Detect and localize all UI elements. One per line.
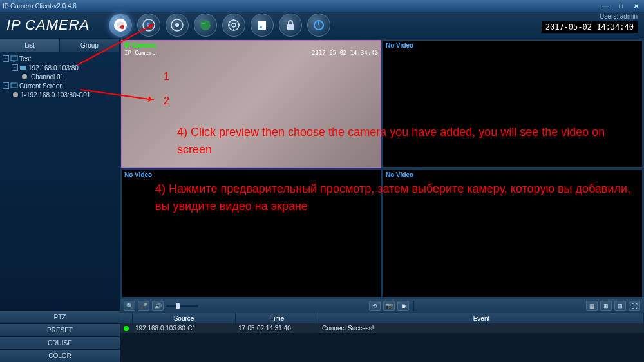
window-title: IP Camera Client-v2.0.4.6 — [3, 3, 77, 10]
users-label: Users: admin — [542, 13, 638, 20]
layout-1-button[interactable]: ▦ — [586, 301, 598, 311]
feed-timestamp: 2017-05-02 14:34:40 — [312, 50, 378, 56]
monitor-icon — [10, 55, 18, 62]
svg-point-19 — [13, 92, 18, 97]
tab-group[interactable]: Group — [60, 39, 120, 52]
tree-node-channel[interactable]: Channel 01 — [3, 72, 117, 81]
camera-icon — [21, 73, 28, 81]
record-toggle-button[interactable]: ⏺ — [397, 301, 409, 311]
status-dot-icon — [124, 326, 129, 331]
svg-rect-9 — [258, 21, 266, 30]
cruise-button[interactable]: CRUISE — [0, 336, 120, 349]
svg-rect-14 — [11, 56, 17, 61]
event-col-source: Source — [133, 313, 236, 323]
svg-point-7 — [229, 20, 239, 30]
close-button[interactable]: ✕ — [631, 2, 641, 10]
camera-icon — [12, 91, 19, 99]
lock-button[interactable] — [279, 14, 302, 37]
minimize-button[interactable]: — — [600, 2, 611, 10]
disc-icon — [171, 19, 184, 32]
video-toolbar: 🔍 🎤 🔊 ⟲ 📷 ⏺ ▦ ⊞ ⊟ ⛶ — [120, 299, 644, 313]
video-cell-1[interactable]: IP Camera IP Camera 2017-05-02 14:34:40 — [121, 40, 381, 168]
sidebar: List Group − Test − 192.168.0.103:80 Cha… — [0, 39, 120, 362]
event-row[interactable]: 192.168.0.103:80-C1 17-05-02 14:31:40 Co… — [120, 323, 644, 333]
tree-label: 192.168.0.103:80 — [28, 64, 79, 71]
video-label: No Video — [386, 171, 413, 178]
svg-point-10 — [260, 26, 262, 28]
clock-display: 2017-05-02 14:34:40 — [542, 21, 638, 33]
tree-label: Test — [19, 55, 31, 62]
gear-icon — [227, 19, 240, 32]
maximize-button[interactable]: □ — [616, 2, 626, 10]
svg-rect-16 — [20, 66, 26, 70]
collapse-icon[interactable]: − — [3, 55, 9, 62]
ptz-button[interactable]: PTZ — [0, 310, 120, 323]
video-cell-3[interactable]: No Video — [121, 169, 381, 298]
svg-point-8 — [232, 23, 236, 27]
event-time: 17-05-02 14:31:40 — [236, 323, 319, 333]
tree-node-stream[interactable]: 1-192.168.0.103:80-C01 — [3, 90, 117, 99]
volume-slider[interactable] — [166, 305, 198, 307]
tree-label: Current Screen — [19, 82, 63, 90]
event-log-header: Source Time Event — [120, 313, 644, 323]
video-label: No Video — [386, 42, 413, 49]
record-button[interactable] — [166, 14, 189, 37]
video-grid: IP Camera IP Camera 2017-05-02 14:34:40 … — [120, 39, 644, 299]
event-message: Connect Success! — [319, 323, 644, 333]
tree-label: 1-192.168.0.103:80-C01 — [21, 91, 90, 99]
play-icon — [142, 19, 155, 32]
tab-list[interactable]: List — [0, 39, 60, 52]
event-col-event: Event — [319, 313, 644, 323]
content-area: IP Camera IP Camera 2017-05-02 14:34:40 … — [120, 39, 644, 362]
preset-button[interactable]: PRESET — [0, 323, 120, 336]
main-toolbar — [109, 14, 330, 37]
playback-button[interactable] — [137, 14, 160, 37]
svg-point-2 — [120, 25, 124, 29]
document-icon — [256, 19, 268, 31]
event-source: 192.168.0.103:80-C1 — [133, 323, 236, 333]
video-cell-2[interactable]: No Video — [383, 40, 643, 168]
feed-camera-name: IP Camera — [124, 50, 156, 56]
remote-button[interactable] — [194, 14, 217, 37]
settings-button[interactable] — [222, 14, 245, 37]
color-button[interactable]: COLOR — [0, 349, 120, 362]
log-button[interactable] — [251, 14, 274, 37]
volume-button[interactable]: 🔊 — [152, 301, 164, 311]
svg-point-17 — [22, 74, 27, 79]
tree-node-current-screen[interactable]: − Current Screen — [3, 81, 117, 90]
tree-node-device[interactable]: − 192.168.0.103:80 — [3, 63, 117, 72]
device-icon — [19, 64, 27, 71]
preview-button[interactable] — [109, 14, 132, 37]
svg-rect-11 — [287, 24, 294, 30]
eye-camera-icon — [113, 17, 128, 33]
prev-button[interactable]: ⟲ — [369, 301, 381, 311]
svg-point-6 — [200, 20, 211, 30]
app-header: IP CAMERA Users: admin 2017-05-02 14:34:… — [0, 12, 644, 39]
video-feed: IP Camera IP Camera 2017-05-02 14:34:40 — [122, 41, 381, 167]
tree-node-test[interactable]: − Test — [3, 54, 117, 63]
power-icon — [313, 19, 325, 31]
tree-label-selected: Channel 01 — [30, 73, 65, 81]
event-col-time: Time — [236, 313, 319, 323]
collapse-icon[interactable]: − — [3, 82, 9, 89]
video-label: No Video — [124, 171, 152, 178]
globe-icon — [199, 19, 212, 32]
fullscreen-button[interactable]: ⛶ — [629, 301, 640, 311]
video-cell-4[interactable]: No Video — [383, 169, 643, 298]
svg-rect-18 — [11, 83, 17, 88]
event-log-area — [120, 333, 644, 362]
talk-button[interactable]: 🎤 — [138, 301, 149, 311]
video-label: IP Camera — [124, 42, 156, 49]
zoom-button[interactable]: 🔍 — [124, 301, 135, 311]
layout-4-button[interactable]: ⊞ — [600, 301, 612, 311]
layout-9-button[interactable]: ⊟ — [614, 301, 626, 311]
lock-icon — [285, 19, 296, 31]
app-logo: IP CAMERA — [6, 17, 90, 33]
snapshot-button[interactable]: 📷 — [383, 301, 395, 311]
svg-point-5 — [175, 23, 179, 27]
monitor-icon — [10, 82, 18, 90]
power-button[interactable] — [307, 14, 330, 37]
collapse-icon[interactable]: − — [12, 64, 18, 71]
window-titlebar: IP Camera Client-v2.0.4.6 — □ ✕ — [0, 0, 644, 12]
event-col-indicator — [120, 313, 133, 323]
